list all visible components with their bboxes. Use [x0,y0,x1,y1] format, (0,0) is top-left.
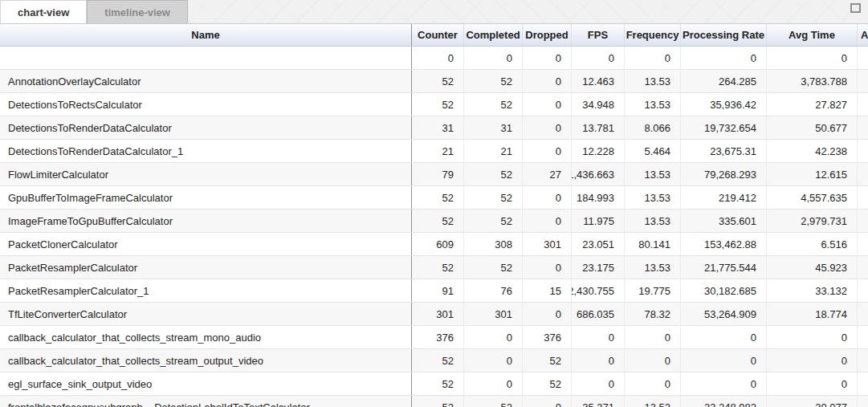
cell-frequency: 13.53 [625,186,681,209]
cell-avg-time: 18.774 [767,303,858,325]
column-header-dropped[interactable]: Dropped [523,24,572,46]
tab-timeline-view[interactable]: timeline-view [87,0,188,23]
cell-processing-rate: 33,248.982 [681,396,767,407]
cell-name [0,47,412,69]
cell-name: DetectionsToRenderDataCalculator_1 [0,140,412,162]
cell-processing-rate: 219.412 [681,186,767,209]
cell-dropped: 376 [523,326,572,348]
cell-fps: 11.975 [572,210,625,232]
cell-fps: 686.035 [572,303,625,325]
cell-counter: 301 [412,303,464,325]
cell-clipped [858,372,868,395]
cell-name: PacketResamplerCalculator [0,256,412,279]
cell-name: DetectionsToRectsCalculator [0,93,412,116]
table-row[interactable]: callback_calculator_that_collects_stream… [0,326,868,349]
cell-counter: 52 [412,70,464,92]
cell-fps: 34.948 [572,93,625,116]
table-row[interactable]: PacketResamplerCalculator_1 91 76 15 2,4… [0,279,868,303]
cell-processing-rate: 153,462.88 [681,233,767,255]
cell-completed: 0 [464,349,523,372]
cell-fps: 23.175 [572,256,625,279]
cell-dropped: 0 [523,93,572,116]
cell-clipped [858,279,868,302]
table-row[interactable]: DetectionsToRectsCalculator 52 52 0 34.9… [0,93,868,116]
column-header-counter[interactable]: Counter [412,24,464,46]
cell-name: FlowLimiterCalculator [0,163,412,185]
tab-chart-view-label: chart-view [18,6,69,18]
column-header-frequency[interactable]: Frequency [625,24,681,46]
stats-panel: chart-view timeline-view Name Counter Co… [0,0,868,407]
cell-processing-rate: 30,182.685 [681,279,767,302]
cell-fps: 0 [572,349,625,372]
cell-completed: 52 [464,186,523,209]
cell-completed: 52 [464,163,523,185]
cell-clipped [858,140,868,162]
cell-processing-rate: 53,264.909 [681,303,767,325]
cell-name: TfLiteConverterCalculator [0,303,412,325]
table-row[interactable]: PacketResamplerCalculator 52 52 0 23.175… [0,256,868,279]
cell-counter: 52 [412,256,464,279]
cell-clipped [858,210,868,232]
column-header-processing-rate[interactable]: Processing Rate [681,24,767,46]
cell-fps: 0 [572,372,625,395]
table-row[interactable]: PacketClonerCalculator 609 308 301 23.05… [0,233,868,256]
cell-avg-time: 0 [767,372,858,395]
table-row[interactable]: TfLiteConverterCalculator 301 301 0 686.… [0,303,868,326]
table-row[interactable]: FlowLimiterCalculator 79 52 27 1,436.663… [0,163,868,186]
column-header-name[interactable]: Name [0,24,412,46]
cell-clipped [858,233,868,255]
cell-dropped: 301 [523,233,572,255]
table-header-row: Name Counter Completed Dropped FPS Frequ… [0,23,868,47]
cell-completed: 31 [464,116,523,139]
table-row[interactable]: egl_surface_sink_output_video 52 0 52 0 … [0,372,868,396]
table-row[interactable]: DetectionsToRenderDataCalculator_1 21 21… [0,140,868,163]
cell-name: GpuBufferToImageFrameCalculator [0,186,412,209]
table-row[interactable]: 0 0 0 0 0 0 0 [0,47,868,70]
cell-clipped [858,326,868,348]
table-body: 0 0 0 0 0 0 0 AnnotationOverlayCalculato… [0,47,868,407]
cell-clipped [858,47,868,69]
cell-completed: 52 [464,396,523,407]
cell-frequency: 19.775 [625,279,681,302]
cell-dropped: 0 [523,396,572,407]
cell-clipped [858,186,868,209]
cell-avg-time: 12.615 [767,163,858,185]
table-row[interactable]: GpuBufferToImageFrameCalculator 52 52 0 … [0,186,868,210]
cell-processing-rate: 0 [681,372,767,395]
cell-frequency: 80.141 [625,233,681,255]
table-row[interactable]: ImageFrameToGpuBufferCalculator 52 52 0 … [0,210,868,233]
cell-dropped: 0 [523,256,572,279]
cell-name: egl_surface_sink_output_video [0,372,412,395]
table-row[interactable]: frontalblazefacegpusubgraph__DetectionLa… [0,396,868,407]
cell-frequency: 0 [625,349,681,372]
cell-clipped [858,93,868,116]
cell-completed: 76 [464,279,523,302]
cell-avg-time: 0 [767,47,858,69]
column-header-avg-time[interactable]: Avg Time [767,24,858,46]
table-row[interactable]: AnnotationOverlayCalculator 52 52 0 12.4… [0,70,868,93]
cell-fps: 1,436.663 [572,163,625,185]
cell-fps: 2,430.755 [572,279,625,302]
column-header-clipped[interactable]: A [858,24,868,46]
column-header-fps[interactable]: FPS [572,24,625,46]
cell-frequency: 5.464 [625,140,681,162]
cell-counter: 52 [412,396,464,407]
cell-fps: 13.781 [572,116,625,139]
cell-processing-rate: 0 [681,326,767,348]
table-row[interactable]: callback_calculator_that_collects_stream… [0,349,868,372]
cell-dropped: 52 [523,372,572,395]
stats-table: Name Counter Completed Dropped FPS Frequ… [0,23,868,407]
table-row[interactable]: DetectionsToRenderDataCalculator 31 31 0… [0,116,868,140]
cell-completed: 0 [464,326,523,348]
cell-dropped: 0 [523,303,572,325]
cell-frequency: 8.066 [625,116,681,139]
cell-avg-time: 42.238 [767,140,858,162]
cell-completed: 52 [464,256,523,279]
column-header-completed[interactable]: Completed [464,24,523,46]
cell-fps: 0 [572,47,625,69]
tab-chart-view[interactable]: chart-view [0,0,87,23]
popout-icon[interactable] [850,3,861,13]
cell-completed: 52 [464,93,523,116]
cell-avg-time: 50.677 [767,116,858,139]
cell-frequency: 13.53 [625,210,681,232]
